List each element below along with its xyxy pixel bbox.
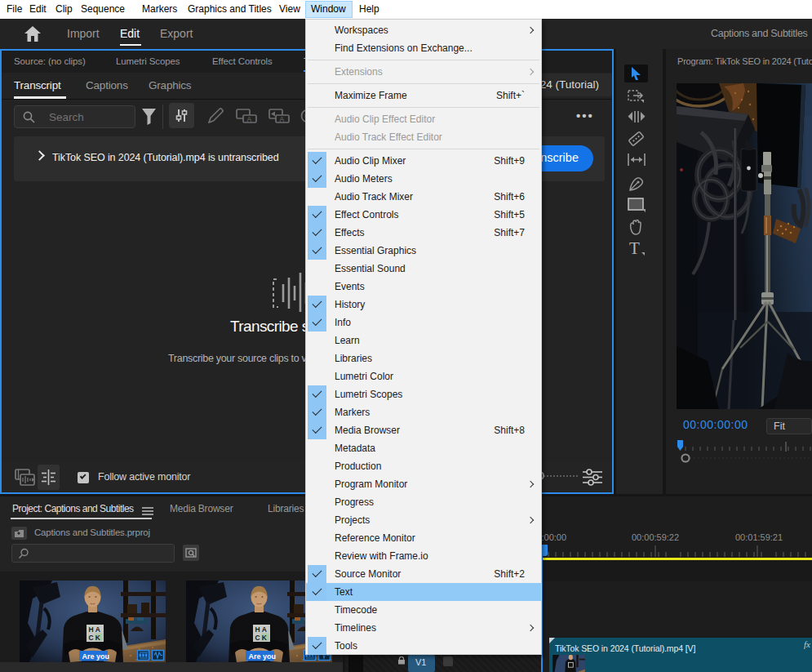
svg-text:T: T (629, 239, 640, 256)
svg-text:Are you: Are you (82, 652, 110, 661)
svg-text:A: A (280, 115, 285, 123)
svg-text:A: A (247, 115, 252, 123)
